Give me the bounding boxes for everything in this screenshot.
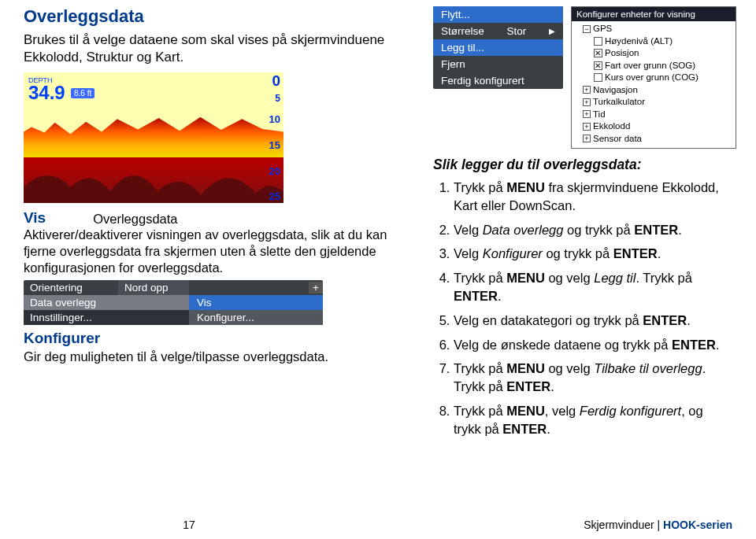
checkbox[interactable] — [594, 49, 602, 57]
tree-node[interactable]: +Tid — [583, 109, 732, 121]
scale-15: 15 — [269, 139, 280, 151]
tree-node-label: Sensor data — [593, 133, 642, 146]
flytt-menu-item[interactable]: Legg til... — [433, 39, 563, 56]
tree-node-label: Posisjon — [605, 47, 639, 60]
submenu-konfigurer[interactable]: Konfigurer... — [189, 310, 323, 325]
tree-node[interactable]: Høydenivå (ALT) — [594, 35, 732, 48]
tree-node-label: Fart over grunn (SOG) — [605, 60, 695, 72]
innstillinger-item[interactable]: Innstillinger... — [24, 310, 189, 325]
page-number: 17 — [0, 519, 378, 531]
konfig-body: Gir deg muligheten til å velge/tilpasse … — [24, 349, 410, 365]
overlegg-submenu: Vis Konfigurer... — [189, 295, 323, 325]
orientering-menu: Orientering Nord opp + Data overlegg Inn… — [24, 280, 323, 325]
tree-node-label: Tid — [593, 109, 606, 121]
konfig-heading: Konfigurer — [24, 330, 410, 347]
step-item: Trykk på MENU fra skjermvinduene Ekkolod… — [454, 179, 732, 215]
step-item: Velg de ønskede dataene og trykk på ENTE… — [454, 336, 732, 354]
scale-20: 20 — [269, 165, 280, 177]
sonar-screenshot: DEPTH 34.9 8.6 ft 0 5 10 15 20 25 — [24, 72, 284, 203]
steps-title: Slik legger du til overleggsdata: — [433, 155, 732, 174]
collapse-icon[interactable]: − — [583, 25, 591, 33]
vis-heading: Vis — [24, 209, 46, 227]
tree-node-label: GPS — [593, 23, 612, 35]
flytt-menu-item[interactable]: Fjern — [433, 56, 563, 72]
tree-node[interactable]: +Navigasjon — [583, 84, 732, 97]
expand-icon[interactable]: + — [583, 98, 591, 106]
orient-expand-icon[interactable]: + — [309, 282, 323, 293]
orient-label[interactable]: Orientering — [24, 280, 118, 295]
data-overlegg-item[interactable]: Data overlegg — [24, 295, 189, 310]
tree-node[interactable]: +Turkalkulator — [583, 96, 732, 109]
vis-body: Aktiverer/deaktiverer visningen av overl… — [24, 227, 410, 276]
step-item: Trykk på MENU og velg Tilbake til overle… — [454, 360, 732, 396]
tree-node[interactable]: +Sensor data — [583, 133, 732, 146]
crumb-section: Skjermvinduer — [584, 519, 654, 531]
tree-node[interactable]: Fart over grunn (SOG) — [594, 60, 732, 72]
flytt-menu: Flytt...StørrelseStor▶Legg til...FjernFe… — [433, 6, 563, 89]
flytt-menu-item[interactable]: Ferdig konfigurert — [433, 72, 563, 89]
tree-node[interactable]: −GPS — [583, 23, 732, 35]
step-item: Velg en datakategori og trykk på ENTER. — [454, 312, 732, 330]
checkbox[interactable] — [594, 61, 602, 70]
expand-icon[interactable]: + — [583, 86, 591, 94]
expand-icon[interactable]: + — [583, 123, 591, 131]
orient-value[interactable]: Nord opp — [118, 280, 189, 295]
expand-icon[interactable]: + — [583, 110, 591, 118]
scale-0: 0 — [272, 72, 280, 90]
tree-node[interactable]: +Ekkolodd — [583, 120, 732, 133]
flytt-menu-item[interactable]: Flytt... — [433, 6, 563, 23]
flytt-menu-item[interactable]: StørrelseStor▶ — [433, 23, 563, 39]
expand-icon[interactable]: + — [583, 135, 591, 142]
tree-node-label: Turkalkulator — [593, 96, 645, 109]
step-item: Velg Konfigurer og trykk på ENTER. — [454, 245, 732, 263]
checkbox[interactable] — [594, 37, 602, 46]
tree-node-label: Navigasjon — [593, 84, 638, 97]
intro-text: Brukes til å velge dataene som skal vise… — [24, 31, 410, 66]
tree-node[interactable]: Kurs over grunn (COG) — [594, 72, 732, 84]
page-title: Overleggsdata — [24, 6, 410, 27]
tree-node-label: Kurs over grunn (COG) — [605, 72, 699, 84]
chevron-right-icon: ▶ — [549, 27, 555, 35]
tree-node-label: Ekkolodd — [593, 120, 630, 133]
submenu-vis[interactable]: Vis — [189, 295, 323, 310]
tree-node[interactable]: Posisjon — [594, 47, 732, 60]
tree-node-label: Høydenivå (ALT) — [605, 35, 673, 48]
checkbox[interactable] — [594, 73, 602, 82]
step-item: Velg Data overlegg og trykk på ENTER. — [454, 221, 732, 239]
step-item: Trykk på MENU og velg Legg til. Trykk på… — [454, 269, 732, 305]
vis-sublabel: Overleggsdata — [93, 212, 177, 227]
config-tree-window: Konfigurer enheter for visning −GPSHøyde… — [571, 6, 736, 149]
page-footer: 17 Skjermvinduer | HOOK-serien — [0, 519, 756, 531]
breadcrumb: Skjermvinduer | HOOK-serien — [584, 519, 732, 531]
step-item: Trykk på MENU, velg Ferdig konfigurert, … — [454, 402, 732, 438]
scale-10: 10 — [269, 113, 280, 125]
scale-25: 25 — [269, 190, 280, 202]
depth-badge: 8.6 ft — [71, 88, 94, 98]
crumb-series: HOOK-serien — [663, 519, 732, 531]
depth-value: 34.9 — [28, 82, 65, 104]
steps-list: Trykk på MENU fra skjermvinduene Ekkolod… — [433, 179, 732, 437]
tree-title: Konfigurer enheter for visning — [572, 7, 736, 21]
scale-5: 5 — [275, 93, 280, 104]
